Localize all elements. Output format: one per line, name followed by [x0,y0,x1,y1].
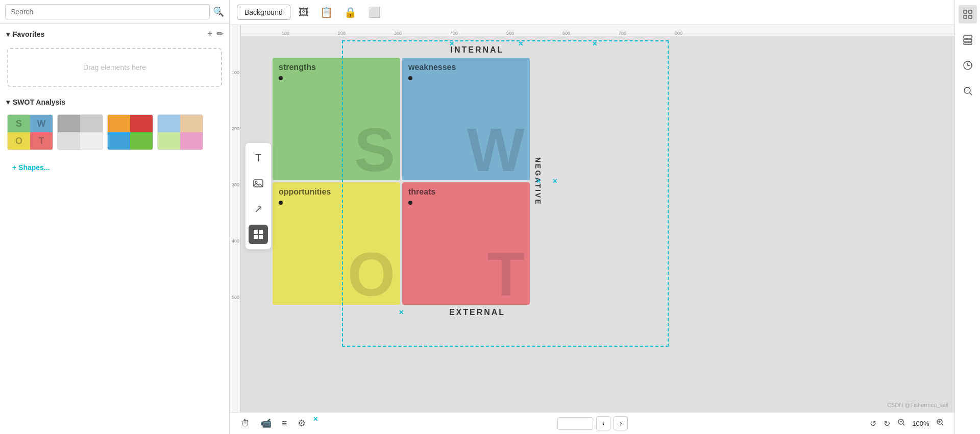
prev-page-button[interactable]: ‹ [596,416,610,430]
search-input[interactable] [5,4,210,19]
zoom-out-button[interactable] [895,416,908,430]
next-page-button[interactable]: › [614,416,628,430]
sel-handle-bottom-mid[interactable]: ✕ [399,309,404,316]
svg-rect-19 [964,43,972,44]
swot-internal-label: INTERNAL [260,45,694,55]
add-shapes-button[interactable]: + Shapes... [4,159,225,176]
grid-tool-button[interactable] [249,225,268,244]
swot-section-header[interactable]: ▾ SWOT Analysis [0,94,229,110]
main-area: Background 🖼 📋 🔒 ⬜ 100 200 300 400 500 6… [230,0,954,434]
copy-format-button[interactable]: 📋 [317,4,336,20]
watermark: CSDN @Fishermen_sail [887,402,948,408]
ruler-top: 100 200 300 400 500 600 700 800 [230,25,954,36]
swot-templates: S W O T [0,110,229,157]
page-input[interactable]: 1 / 1 [557,417,593,430]
zoom-level-display: 100% [911,420,931,427]
swot-strengths-dot [279,76,283,80]
sel-handle-top-left[interactable]: ✕ [449,40,454,47]
left-panel: 🔍 ⋮ ▾ Favorites + ✏ Drag elements here ▾… [0,0,230,434]
swot-template-4[interactable] [157,114,203,150]
history-panel-button[interactable] [959,56,977,75]
svg-rect-18 [964,39,972,42]
arrow-tool-button[interactable]: ↗ [249,199,268,219]
ruler-mark-100: 100 [232,70,239,75]
svg-rect-16 [969,15,972,18]
ruler-left: 100 200 300 400 500 [230,25,241,412]
svg-rect-17 [964,36,972,38]
svg-point-21 [964,87,970,93]
sel-handle-right[interactable]: ✕ [552,178,557,185]
swot-template-3[interactable] [107,114,153,150]
timer-tool-button[interactable]: ⏱ [238,416,253,431]
ruler-mark-300: 300 [232,182,239,187]
sel-handle-top-center[interactable]: ✕ [518,40,523,47]
swot-opportunities-title: opportunities [279,187,394,197]
swot-cell-strengths[interactable]: strengths S [273,58,400,180]
add-favorite-icon[interactable]: + [208,29,212,39]
toolbar: Background 🖼 📋 🔒 ⬜ [230,0,954,25]
swot-template-2[interactable] [57,114,103,150]
properties-panel-button[interactable] [959,5,977,23]
swot-w-letter: W [467,119,525,180]
ruler-mark-500: 500 [232,295,239,300]
float-toolbar: T ↗ [245,142,272,250]
swot-external-label: EXTERNAL [260,308,694,317]
search-panel-button[interactable] [959,82,977,100]
right-panel [954,0,980,434]
undo-button[interactable]: ↺ [868,417,878,430]
layers-panel-button[interactable] [959,31,977,49]
favorites-section-header: ▾ Favorites + ✏ [0,24,229,44]
ruler-tick-600: 600 [562,31,570,36]
svg-rect-5 [259,235,263,239]
swot-weaknesses-dot [408,76,412,80]
swot-cell-opportunities[interactable]: opportunities O [273,182,400,305]
redo-button[interactable]: ↻ [881,417,892,430]
image-tool-button[interactable] [249,174,268,193]
favorites-toggle[interactable]: ▾ Favorites [6,30,44,38]
sel-handle-top-right[interactable]: ✕ [592,40,597,47]
lock-button[interactable]: 🔒 [341,4,360,20]
svg-line-8 [903,424,904,425]
swot-weaknesses-title: weaknesses [408,63,524,72]
ruler-tick-400: 400 [450,31,458,36]
favorites-drop-zone[interactable]: Drag elements here [7,48,222,87]
image-format-button[interactable]: 🖼 [296,5,312,20]
chevron-down-icon: ▾ [6,30,10,38]
ruler-tick-500: 500 [506,31,514,36]
more-options-button[interactable]: ⋮ [215,5,224,16]
ruler-tick-800: 800 [675,31,682,36]
animation-tool-button[interactable]: ⚙ [295,416,309,431]
swot-cell-weaknesses[interactable]: weaknesses W [402,58,530,180]
zoom-controls: ↺ ↻ 100% [868,416,946,430]
svg-line-22 [969,93,972,95]
ruler-mark-200: 200 [232,126,239,131]
video-tool-button[interactable]: 📹 [257,416,275,431]
page-nav: 1 / 1 ‹ › [557,416,628,430]
favorites-actions: + ✏ [208,29,223,39]
ruler-tick-300: 300 [394,31,402,36]
bottom-toolbar: ⏱ 📹 ≡ ⚙ ✕ 1 / 1 ‹ › ↺ ↻ 100% [230,412,954,434]
ruler-tick-100: 100 [282,31,289,36]
svg-rect-15 [964,15,967,18]
swot-s-letter: S [354,119,395,180]
svg-rect-2 [254,230,258,234]
svg-rect-14 [969,10,972,13]
canvas-wrapper[interactable]: 100 200 300 400 500 600 700 800 100 200 … [230,25,954,412]
svg-point-1 [255,181,257,183]
swot-o-letter: O [348,244,395,305]
svg-rect-13 [964,10,967,13]
edit-favorite-icon[interactable]: ✏ [216,29,223,39]
ruler-top-content: 100 200 300 400 500 600 700 800 [241,25,954,36]
notes-tool-button[interactable]: ≡ [279,416,290,431]
sel-handle-right-mid[interactable]: ✕ [536,178,541,185]
text-tool-button[interactable]: T [249,148,268,167]
swot-template-1[interactable]: S W O T [7,114,53,150]
swot-cell-threats[interactable]: threats T [402,182,530,305]
swot-chevron-icon: ▾ [6,98,10,106]
bottom-left-tools: ⏱ 📹 ≡ ⚙ ✕ [238,416,318,431]
zoom-in-button[interactable] [934,416,946,430]
svg-line-12 [942,424,943,425]
background-button[interactable]: Background [237,5,290,20]
bottom-sel-handle[interactable]: ✕ [313,416,318,431]
export-button[interactable]: ⬜ [365,4,384,20]
